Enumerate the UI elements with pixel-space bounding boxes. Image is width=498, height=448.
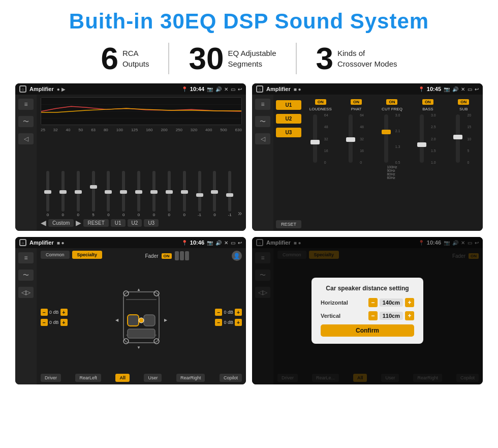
specialty-tab[interactable]: Specialty [72, 251, 103, 259]
fader-sliders [175, 251, 189, 260]
battery-icon-3: ▭ [231, 240, 235, 246]
back-icon-2: ↩ [475, 86, 479, 92]
loudness-label: LOUDNESS [309, 107, 332, 111]
eq-main-area: 25 32 40 50 63 80 100 125 160 200 250 32… [37, 95, 246, 231]
sub-on[interactable]: ON [458, 99, 469, 105]
eq-screen-card: ⌂ Amplifier ● ▶ 📍 10:44 📷 🔊 ✕ ▭ ↩ [15, 83, 246, 231]
right-vol-2: − 0 dB + [215, 319, 242, 326]
eq-slider-10[interactable]: 0 [177, 171, 192, 217]
horizontal-row: Horizontal − 140cm + [321, 298, 414, 307]
driver-btn[interactable]: Driver [41, 374, 61, 382]
speaker-status-bar: ⌂ Amplifier ■ ● 📍 10:46 📷 🔊 ✕ ▭ ↩ [15, 237, 246, 248]
stat-rca-desc2: Outputs [122, 58, 149, 69]
speaker-screen-content: ≡ 〜 ◁▷ Common Specialty [15, 248, 246, 384]
crossover-status-bar: ⌂ Amplifier ■ ● 📍 10:45 📷 🔊 ✕ ▭ ↩ [252, 83, 483, 95]
crossover-reset[interactable]: RESET [276, 220, 301, 228]
stat-crossover-number: 3 [316, 43, 333, 74]
user-btn[interactable]: User [144, 374, 162, 382]
sidebar-wave-btn[interactable]: 〜 [18, 116, 34, 127]
vertical-plus-btn[interactable]: + [405, 311, 414, 320]
left-vol-val-2: 0 dB [49, 320, 59, 325]
eq-next-btn[interactable]: ▶ [76, 219, 81, 227]
left-vol-plus-2[interactable]: + [60, 319, 68, 326]
location-icon-3: 📍 [181, 240, 188, 246]
eq-slider-7[interactable]: 0 [132, 171, 146, 217]
page-title: Buith-in 30EQ DSP Sound System [15, 9, 483, 34]
home-icon-2: ⌂ [256, 85, 263, 93]
eq-slider-5[interactable]: 0 [101, 171, 115, 217]
crossover-status-dots: ■ ● [294, 86, 301, 92]
stat-eq-desc2: Segments [228, 58, 276, 69]
eq-slider-9[interactable]: 0 [162, 171, 176, 217]
right-vol-plus-2[interactable]: + [235, 319, 242, 326]
page-container: Buith-in 30EQ DSP Sound System 6 RCA Out… [0, 0, 498, 448]
horizontal-minus-btn[interactable]: − [368, 298, 378, 307]
copilot-btn[interactable]: Copilot [220, 374, 242, 382]
common-tab[interactable]: Common [41, 251, 70, 259]
eq-slider-1[interactable]: 0 [41, 171, 55, 217]
speaker-layout: − 0 dB + − 0 dB + [41, 263, 242, 372]
vertical-minus-btn[interactable]: − [368, 311, 378, 320]
svg-rect-7 [128, 315, 139, 326]
cutfreq-on[interactable]: ON [386, 99, 397, 105]
camera-icon-2: 📷 [444, 86, 450, 92]
sound-icon-3: 🔊 [215, 240, 222, 246]
eq-screen-content: ≡ 〜 ◁ [15, 95, 246, 231]
crossover-controls: ON LOUDNESS 64 48 32 16 [304, 97, 480, 228]
eq-slider-6[interactable]: 0 [116, 171, 131, 217]
horizontal-value: 140cm [380, 298, 403, 307]
u2-button[interactable]: U2 [276, 114, 301, 124]
fader-on-badge[interactable]: ON [162, 253, 172, 259]
right-vol-minus-1[interactable]: − [215, 309, 222, 316]
rearright-btn[interactable]: RearRight [176, 374, 205, 382]
eq-slider-11[interactable]: -1 [193, 171, 207, 217]
eq-slider-3[interactable]: 0 [71, 171, 85, 217]
profile-avatar[interactable]: 👤 [232, 251, 242, 261]
speaker-sidebar-spk[interactable]: ◁▷ [18, 287, 34, 298]
speaker-status-dots: ■ ● [57, 240, 65, 246]
battery-icon: ▭ [231, 86, 235, 92]
crossover-sidebar-wave[interactable]: 〜 [255, 116, 270, 127]
eq-slider-4[interactable]: 5 [86, 171, 101, 217]
left-vol-minus-1[interactable]: − [41, 309, 48, 316]
cutfreq-label: CUT FREQ [382, 107, 402, 111]
right-vol-plus-1[interactable]: + [235, 309, 242, 316]
eq-custom-btn[interactable]: Custom [48, 219, 74, 227]
eq-slider-12[interactable]: 0 [207, 171, 222, 217]
phat-on[interactable]: ON [351, 99, 362, 105]
bass-label: BASS [422, 107, 433, 111]
speaker-sidebar-eq[interactable]: ≡ [18, 252, 34, 263]
right-vol-minus-2[interactable]: − [215, 319, 222, 326]
speaker-status-title: Amplifier [29, 240, 54, 246]
x-icon: ✕ [224, 86, 228, 92]
eq-u2-btn[interactable]: U2 [128, 219, 142, 227]
sidebar-speaker-btn[interactable]: ◁ [18, 133, 34, 144]
loudness-on[interactable]: ON [315, 99, 326, 105]
speaker-sidebar-wave[interactable]: 〜 [18, 270, 34, 281]
eq-u1-btn[interactable]: U1 [111, 219, 126, 227]
eq-slider-2[interactable]: 0 [56, 171, 70, 217]
crossover-sidebar-spk[interactable]: ◁ [255, 133, 270, 144]
bass-on[interactable]: ON [422, 99, 433, 105]
eq-reset-btn[interactable]: RESET [83, 219, 108, 227]
u3-button[interactable]: U3 [276, 128, 301, 137]
eq-expand-arrows[interactable]: » [238, 209, 242, 217]
speaker-footer: Driver RearLeft All User RearRight Copil… [41, 374, 242, 382]
rearleft-btn[interactable]: RearLeft [75, 374, 101, 382]
horizontal-plus-btn[interactable]: + [405, 298, 414, 307]
all-btn[interactable]: All [115, 374, 130, 382]
left-vol-plus-1[interactable]: + [60, 309, 68, 316]
u1-button[interactable]: U1 [276, 100, 301, 110]
sound-icon-2: 🔊 [452, 86, 458, 92]
speaker-mode-tabs: Common Specialty [41, 251, 102, 259]
sidebar-eq-btn[interactable]: ≡ [18, 99, 34, 110]
loudness-control: ON LOUDNESS 64 48 32 16 [304, 99, 337, 226]
eq-slider-13[interactable]: -1 [223, 171, 237, 217]
stat-crossover: 3 Kinds of Crossover Modes [297, 43, 417, 74]
eq-prev-btn[interactable]: ◀ [41, 219, 46, 227]
crossover-sidebar-eq[interactable]: ≡ [255, 99, 270, 110]
eq-u3-btn[interactable]: U3 [144, 219, 159, 227]
eq-slider-8[interactable]: 0 [147, 171, 161, 217]
left-vol-minus-2[interactable]: − [41, 319, 48, 326]
confirm-button[interactable]: Confirm [321, 324, 414, 337]
